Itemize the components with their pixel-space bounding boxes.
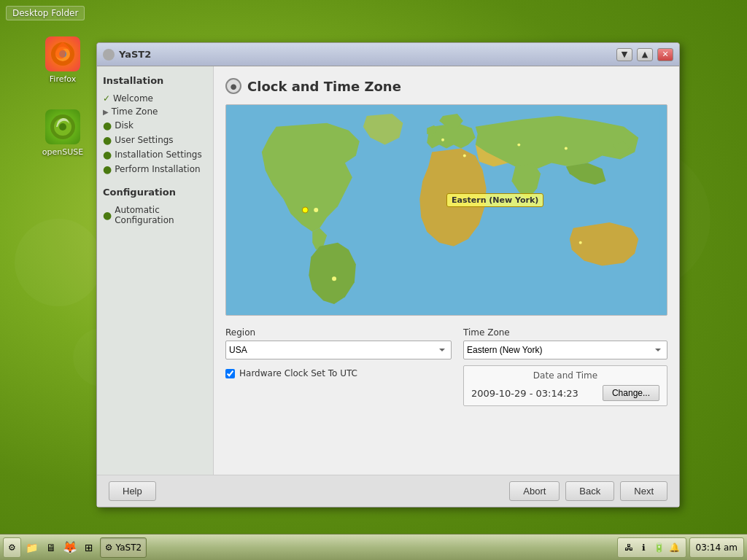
hw-clock-label: Hardware Clock Set To UTC (239, 368, 357, 378)
date-time-value: 2009-10-29 - 03:14:23 (471, 388, 578, 399)
sidebar-installation-title: Installation (103, 75, 207, 86)
form-left: Region USA Europe Asia Hardware Clock Se… (225, 327, 452, 406)
window-close-btn[interactable]: ✕ (657, 48, 673, 61)
taskbar-icon-1[interactable]: 📁 (24, 540, 40, 556)
firefox-desktop-icon[interactable]: Firefox (36, 36, 89, 84)
timezone-label: Time Zone (463, 327, 667, 338)
desktop-folder-label: Desktop Folder (6, 6, 85, 20)
window-titlebar: YaST2 ▼ ▲ ✕ (97, 43, 679, 66)
page-title-row: ● Clock and Time Zone (225, 78, 667, 94)
firefox-icon (45, 36, 80, 71)
bottom-bar: Help Abort Back Next (97, 475, 679, 507)
main-content-area: ● Clock and Time Zone (214, 66, 679, 475)
help-button[interactable]: Help (109, 481, 156, 501)
hw-clock-row: Hardware Clock Set To UTC (225, 368, 452, 378)
welcome-check-icon: ✓ (103, 93, 110, 104)
user-settings-bullet-icon: ● (103, 134, 112, 146)
network-tray-icon[interactable]: 🖧 (622, 541, 635, 554)
clock-icon: ● (225, 78, 241, 94)
svg-point-12 (565, 147, 568, 150)
sidebar-item-timezone-label: Time Zone (112, 106, 158, 117)
sidebar-item-user-settings[interactable]: ● User Settings (103, 133, 207, 147)
region-label: Region (225, 327, 452, 338)
navigation-buttons: Abort Back Next (509, 481, 667, 501)
form-area: Region USA Europe Asia Hardware Clock Se… (225, 327, 667, 406)
taskbar-clock: 03:14 am (689, 537, 744, 558)
svg-point-9 (441, 139, 444, 141)
date-time-section-title: Date and Time (471, 370, 659, 381)
next-button[interactable]: Next (620, 481, 667, 501)
svg-point-10 (463, 155, 466, 158)
sidebar-item-perform-installation-label: Perform Installation (115, 164, 200, 174)
sidebar-item-perform-installation[interactable]: ● Perform Installation (103, 162, 207, 176)
sidebar-item-welcome[interactable]: ✓ Welcome (103, 92, 207, 105)
sidebar-item-disk-label: Disk (115, 120, 133, 131)
window-maximize-btn[interactable]: ▲ (637, 48, 653, 61)
date-time-box: Date and Time 2009-10-29 - 03:14:23 Chan… (463, 365, 667, 406)
yast-window: YaST2 ▼ ▲ ✕ Installation ✓ Welcome ▶ Tim… (96, 42, 680, 508)
window-logo (103, 49, 115, 61)
taskbar-icon-2[interactable]: 🖥 (43, 540, 59, 556)
taskbar: ⚙ 📁 🖥 🦊 ⊞ ⚙ YaST2 🖧 ℹ 🔋 🔔 03:14 am (0, 534, 747, 560)
opensuse-desktop-icon[interactable]: openSUSE (36, 109, 89, 157)
opensuse-label: openSUSE (42, 147, 83, 157)
timezone-arrow-icon: ▶ (103, 108, 109, 116)
sidebar-item-installation-settings-label: Installation Settings (115, 149, 202, 160)
sidebar-item-user-settings-label: User Settings (115, 135, 173, 145)
desktop: Desktop Folder Firefox openSUSE (0, 0, 747, 560)
svg-point-5 (59, 123, 66, 131)
apps-menu-icon: ⚙ (8, 542, 16, 553)
installation-settings-bullet-icon: ● (103, 149, 112, 160)
disk-bullet-icon: ● (103, 120, 112, 131)
region-select[interactable]: USA Europe Asia (225, 341, 452, 359)
change-date-time-button[interactable]: Change... (603, 385, 659, 401)
sidebar-configuration-title: Configuration (103, 187, 207, 198)
form-right: Time Zone Eastern (New York) Central Mou… (463, 327, 667, 406)
abort-button[interactable]: Abort (509, 481, 560, 501)
yast-taskbar-label: YaST2 (116, 542, 142, 553)
hw-clock-checkbox[interactable] (225, 369, 235, 378)
page-title: Clock and Time Zone (247, 79, 401, 94)
firefox-label: Firefox (50, 74, 76, 84)
auto-config-bullet-icon: ● (103, 209, 112, 221)
date-time-row: 2009-10-29 - 03:14:23 Change... (471, 385, 659, 401)
sidebar-item-auto-config-label: Automatic Configuration (115, 205, 207, 225)
sidebar-item-timezone[interactable]: ▶ Time Zone (103, 105, 207, 118)
window-content: Installation ✓ Welcome ▶ Time Zone ● Dis… (97, 66, 679, 475)
window-minimize-btn[interactable]: ▼ (616, 48, 632, 61)
sidebar-item-installation-settings[interactable]: ● Installation Settings (103, 147, 207, 162)
notification-tray-icon[interactable]: 🔔 (668, 541, 681, 554)
sidebar-item-disk[interactable]: ● Disk (103, 118, 207, 133)
svg-point-14 (302, 207, 308, 213)
sidebar-item-auto-config[interactable]: ● Automatic Configuration (103, 203, 207, 227)
svg-point-13 (579, 241, 582, 244)
svg-point-8 (332, 276, 336, 281)
sidebar-item-welcome-label: Welcome (113, 93, 153, 104)
taskbar-firefox-icon[interactable]: 🦊 (62, 540, 78, 556)
yast-taskbar-icon: ⚙ (105, 542, 113, 553)
world-map[interactable]: Eastern (New York) (225, 104, 667, 316)
taskbar-grid-icon[interactable]: ⊞ (81, 540, 97, 556)
info-tray-icon[interactable]: ℹ (638, 541, 651, 554)
timezone-select[interactable]: Eastern (New York) Central Mountain Paci… (463, 341, 667, 359)
taskbar-apps-menu[interactable]: ⚙ (3, 537, 21, 558)
perform-installation-bullet-icon: ● (103, 163, 112, 175)
battery-tray-icon[interactable]: 🔋 (653, 541, 666, 554)
opensuse-icon (45, 109, 80, 144)
svg-point-11 (517, 144, 520, 147)
back-button[interactable]: Back (565, 481, 614, 501)
taskbar-yast-window[interactable]: ⚙ YaST2 (100, 537, 147, 558)
window-title: YaST2 (119, 49, 612, 60)
taskbar-tray: 🖧 ℹ 🔋 🔔 (617, 537, 686, 558)
sidebar: Installation ✓ Welcome ▶ Time Zone ● Dis… (97, 66, 214, 475)
svg-point-7 (314, 208, 318, 212)
